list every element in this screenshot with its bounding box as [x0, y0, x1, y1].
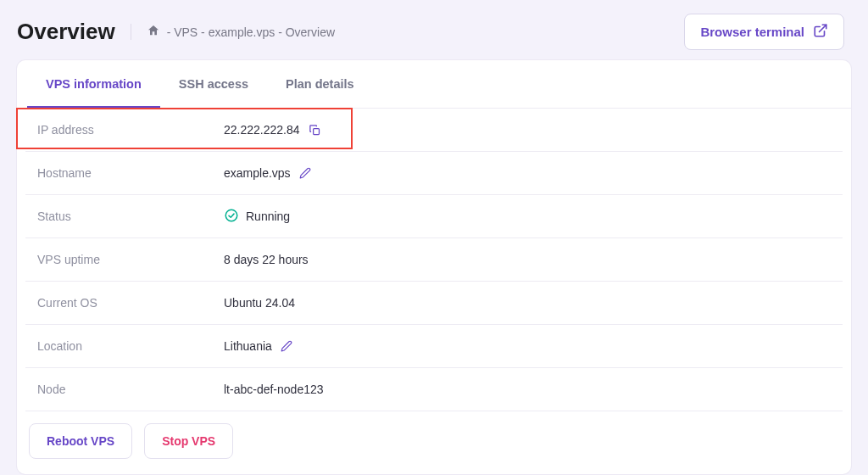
row-hostname: Hostname example.vps [25, 152, 843, 195]
svg-rect-1 [313, 128, 319, 134]
stop-vps-button[interactable]: Stop VPS [144, 423, 233, 459]
label-status: Status [29, 210, 224, 223]
label-location: Location [29, 339, 224, 353]
svg-point-2 [225, 210, 237, 221]
breadcrumb-text: - VPS - example.vps - Overview [167, 25, 335, 39]
ip-address-text: 22.222.222.84 [224, 123, 300, 137]
page-title: Overview [17, 19, 115, 45]
external-link-icon [813, 23, 828, 41]
tab-plan-details[interactable]: Plan details [267, 60, 373, 108]
edit-hostname-icon[interactable] [299, 167, 311, 179]
check-circle-icon [224, 208, 239, 226]
value-node: lt-abc-def-node123 [224, 383, 324, 396]
copy-icon[interactable] [309, 124, 321, 137]
vps-card: VPS information SSH access Plan details … [17, 60, 851, 474]
label-ip-address: IP address [29, 123, 224, 137]
row-location: Location Lithuania [25, 325, 843, 368]
value-os: Ubuntu 24.04 [224, 296, 295, 310]
row-uptime: VPS uptime 8 days 22 hours [25, 238, 843, 282]
value-status: Running [224, 208, 290, 226]
label-uptime: VPS uptime [29, 253, 224, 266]
tab-ssh-access[interactable]: SSH access [160, 60, 267, 108]
edit-location-icon[interactable] [281, 340, 292, 352]
value-location: Lithuania [224, 339, 292, 353]
row-ip-address: IP address 22.222.222.84 [25, 109, 843, 152]
status-badge: Running [224, 208, 290, 226]
info-rows: IP address 22.222.222.84 Hostname exampl… [17, 109, 851, 411]
label-os: Current OS [29, 296, 224, 310]
location-text: Lithuania [224, 339, 272, 353]
browser-terminal-button[interactable]: Browser terminal [684, 14, 844, 50]
row-node: Node lt-abc-def-node123 [25, 368, 843, 411]
label-node: Node [29, 383, 224, 396]
breadcrumb[interactable]: - VPS - example.vps - Overview [131, 24, 335, 40]
value-uptime: 8 days 22 hours [224, 253, 309, 266]
row-status: Status Running [25, 195, 843, 238]
tabs: VPS information SSH access Plan details [17, 60, 851, 109]
actions: Reboot VPS Stop VPS [17, 411, 851, 474]
header: Overview - VPS - example.vps - Overview … [0, 0, 868, 60]
value-hostname: example.vps [224, 166, 311, 180]
reboot-vps-button[interactable]: Reboot VPS [29, 423, 132, 459]
row-os: Current OS Ubuntu 24.04 [25, 282, 843, 325]
tab-vps-information[interactable]: VPS information [27, 60, 160, 108]
browser-terminal-label: Browser terminal [700, 25, 804, 39]
svg-line-0 [820, 25, 826, 31]
label-hostname: Hostname [29, 166, 224, 180]
status-text: Running [246, 210, 290, 223]
home-icon[interactable] [147, 24, 160, 40]
value-ip-address: 22.222.222.84 [224, 123, 321, 137]
hostname-text: example.vps [224, 166, 291, 180]
header-left: Overview - VPS - example.vps - Overview [17, 19, 335, 45]
